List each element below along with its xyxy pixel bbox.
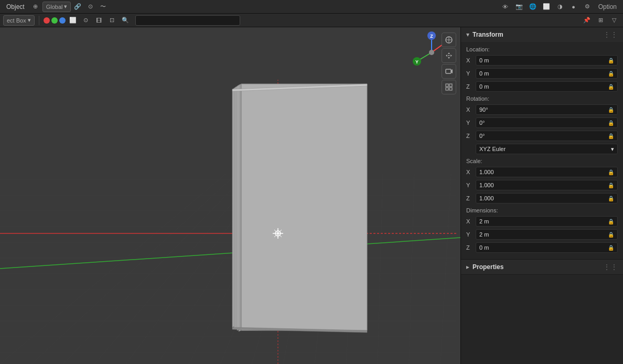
rotation-y-input[interactable]: 0° 🔒 [476,117,618,128]
svg-text:Z: Z [430,34,433,39]
move-tool[interactable] [442,48,456,63]
render-icon[interactable]: 📷 [513,2,525,12]
shading1-icon[interactable]: ◑ [554,2,566,12]
transform-header[interactable]: ▾ Transform ⋮⋮ [461,27,623,42]
properties-header[interactable]: ▸ Properties ⋮⋮ [461,260,623,274]
cursor-tool[interactable] [442,33,456,47]
properties-title: Properties [472,263,503,271]
rotation-z-value: 0° [479,133,485,139]
select-mode-btn[interactable]: ect Box ▾ [3,15,35,26]
3d-viewport[interactable] [0,27,460,364]
scale-y-lock[interactable]: 🔒 [608,183,614,188]
color-dot-green [51,17,58,24]
rotation-z-lock[interactable]: 🔒 [608,133,614,139]
scale-z-lock[interactable]: 🔒 [608,196,614,201]
location-x-lock[interactable]: 🔒 [608,58,614,63]
dimensions-y-value: 2 m [479,231,489,238]
scale-x-axis: X [466,169,476,175]
location-y-row: Y 0 m 🔒 [466,68,618,79]
properties-collapse-icon: ▸ [466,263,469,271]
rotation-x-axis: X [466,106,476,113]
transform-title: Transform [472,31,503,38]
scale-z-value: 1.000 [479,195,494,201]
scale-x-lock[interactable]: 🔒 [608,169,614,175]
search-input[interactable] [135,15,240,26]
dimensions-z-lock[interactable]: 🔒 [608,245,614,251]
dimensions-y-row: Y 2 m 🔒 [466,229,618,240]
location-x-axis: X [466,57,476,63]
dimensions-y-input[interactable]: 2 m 🔒 [476,229,618,240]
dimensions-z-row: Z 0 m 🔒 [466,242,618,253]
grid-icon [445,83,453,91]
rotation-z-row: Z 0° 🔒 [466,130,618,142]
viewport-icon3[interactable]: 🎞 [93,15,105,26]
location-z-lock[interactable]: 🔒 [608,84,614,90]
grid-icon[interactable]: ⊞ [595,15,606,26]
options-label[interactable]: Option [595,2,620,12]
rotation-z-input[interactable]: 0° 🔒 [476,131,618,141]
rotation-x-value: 90° [479,106,488,113]
location-z-value: 0 m [479,83,489,90]
rotation-y-axis: Y [466,120,476,126]
search-icon[interactable]: 🔍 [120,15,131,26]
location-x-value: 0 m [479,57,489,63]
camera-icon [445,67,453,76]
transform-icon[interactable]: ⊕ [30,2,41,12]
svg-marker-33 [232,88,235,327]
properties-options-icon[interactable]: ⋮⋮ [603,263,618,271]
filter-icon[interactable]: ▽ [608,15,620,26]
pin-icon[interactable]: 📌 [581,15,593,26]
viewport-icon4[interactable]: ⊡ [106,15,118,26]
dimensions-z-input[interactable]: 0 m 🔒 [476,242,618,253]
proportional-icon[interactable]: ⊙ [84,2,96,12]
scale-x-input[interactable]: 1.000 🔒 [476,167,618,177]
location-y-input[interactable]: 0 m 🔒 [476,68,618,79]
world-icon[interactable]: 🌐 [527,2,539,12]
camera-tool[interactable] [442,64,456,79]
svg-text:Y: Y [415,59,418,65]
svg-rect-59 [446,88,448,90]
transform-content: Location: X 0 m 🔒 Y 0 m 🔒 Z 0 m 🔒 [461,42,623,259]
location-z-input[interactable]: 0 m 🔒 [476,81,618,92]
shading2-icon[interactable]: ● [568,2,579,12]
select-chevron: ▾ [28,17,31,24]
viewport-icon1[interactable]: ⬜ [67,15,79,26]
location-y-lock[interactable]: 🔒 [608,71,614,77]
location-z-row: Z 0 m 🔒 [466,81,618,92]
viewport-icon2[interactable]: ⊙ [80,15,92,26]
rotation-x-row: X 90° 🔒 [466,104,618,115]
scale-y-input[interactable]: 1.000 🔒 [476,180,618,190]
snap-icon[interactable]: 🔗 [72,2,83,12]
location-x-row: X 0 m 🔒 [466,55,618,66]
scale-y-axis: Y [466,182,476,188]
location-y-value: 0 m [479,70,489,77]
transform-options-icon[interactable]: ⋮⋮ [603,30,618,39]
dimensions-x-axis: X [466,218,476,224]
dimensions-y-lock[interactable]: 🔒 [608,232,614,238]
rotation-mode-dropdown[interactable]: XYZ Euler ▾ [476,144,618,154]
color-dot-red [44,17,50,24]
dimensions-x-input[interactable]: 2 m 🔒 [476,216,618,227]
scene-icon[interactable]: 👁 [500,2,511,12]
scale-x-value: 1.000 [479,169,494,175]
location-x-input[interactable]: 0 m 🔒 [476,55,618,66]
rotation-mode-chevron: ▾ [611,146,614,153]
rotation-x-lock[interactable]: 🔒 [608,107,614,113]
origin-crosshair [273,228,283,239]
scale-x-row: X 1.000 🔒 [466,166,618,178]
scale-z-input[interactable]: 1.000 🔒 [476,193,618,204]
rotation-x-input[interactable]: 90° 🔒 [476,104,618,115]
top-bar: Object ⊕ Global ▾ 🔗 ⊙ 〜 👁 📷 🌐 ⬜ ◑ ● ⚙ Op… [0,0,623,14]
dimensions-x-lock[interactable]: 🔒 [608,219,614,224]
svg-rect-55 [446,69,451,73]
transform-section: ▾ Transform ⋮⋮ Location: X 0 m 🔒 Y 0 m 🔒 [461,27,623,260]
properties-section: ▸ Properties ⋮⋮ [461,260,623,275]
global-mode-btn[interactable]: Global ▾ [42,2,71,12]
grid-tool[interactable] [442,80,456,94]
mode-label[interactable]: Object [3,2,28,12]
wave-icon[interactable]: 〜 [97,2,109,12]
svg-rect-58 [449,84,452,87]
display-icon[interactable]: ⬜ [541,2,552,12]
rotation-y-lock[interactable]: 🔒 [608,120,614,126]
settings-icon[interactable]: ⚙ [582,2,593,12]
